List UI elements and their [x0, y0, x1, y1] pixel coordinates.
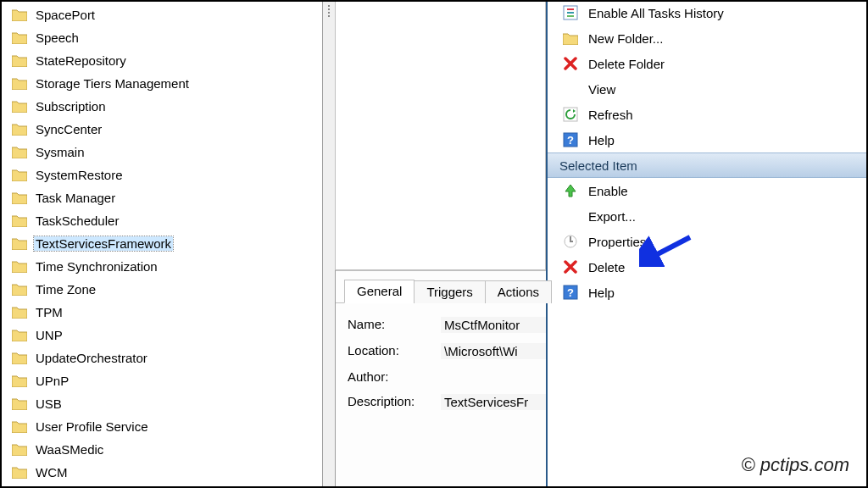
watermark: © pctips.com	[742, 454, 849, 476]
svg-rect-2	[567, 12, 574, 14]
tree-item-label: Storage Tiers Management	[34, 76, 191, 91]
value-location: \Microsoft\Wi	[441, 343, 546, 359]
action-label: Help	[588, 133, 615, 147]
action-label: View	[588, 82, 615, 97]
blank-icon	[561, 208, 580, 225]
action-label: Enable	[588, 184, 628, 198]
properties-icon	[561, 233, 580, 250]
tree-item[interactable]: SyncCenter	[7, 118, 322, 141]
action-label: Properties	[588, 235, 646, 249]
tree-item[interactable]: USB	[7, 392, 322, 415]
tree-item[interactable]: UpdateOrchestrator	[7, 347, 322, 369]
action-label: Enable All Tasks History	[588, 6, 724, 20]
delete-x-icon	[561, 258, 580, 275]
action-label: Export...	[588, 209, 636, 224]
actions-pane: Enable All Tasks History New Folder... D…	[546, 0, 868, 488]
main-pane: General Triggers Actions Name: MsCtfMoni…	[336, 0, 546, 488]
label-description: Description:	[348, 394, 441, 410]
tree-item-label: Time Zone	[34, 282, 97, 297]
tab-actions[interactable]: Actions	[485, 280, 552, 303]
help-icon: ?	[561, 131, 580, 148]
blank-icon	[561, 80, 580, 97]
value-name[interactable]: MsCtfMonitor	[441, 317, 546, 333]
tree-item[interactable]: SystemRestore	[7, 164, 322, 186]
tree-item[interactable]: UPnP	[7, 369, 322, 392]
value-author	[441, 369, 546, 384]
svg-rect-1	[567, 8, 574, 10]
tree-item-label: UPnP	[34, 374, 70, 388]
enable-arrow-icon	[561, 182, 580, 199]
tree-item[interactable]: Subscription	[7, 95, 322, 118]
folder-tree: SpacePortSpeechStateRepositoryStorage Ti…	[0, 0, 322, 488]
svg-text:?: ?	[567, 134, 574, 147]
details-pane: General Triggers Actions Name: MsCtfMoni…	[336, 270, 546, 488]
label-location: Location:	[348, 343, 441, 359]
svg-text:?: ?	[567, 286, 574, 299]
tree-item-label: Time Synchronization	[34, 259, 159, 274]
help-icon: ?	[561, 284, 580, 301]
tree-item[interactable]: Time Synchronization	[7, 255, 322, 278]
tree-item[interactable]: StateRepository	[7, 49, 322, 72]
action-label: Delete Folder	[588, 57, 665, 71]
svg-rect-3	[567, 15, 574, 17]
folder-new-icon	[561, 30, 580, 47]
action-label: Help	[588, 286, 615, 300]
action-enable[interactable]: Enable	[548, 178, 868, 203]
action-label: Delete	[588, 260, 625, 274]
tree-item-label: UpdateOrchestrator	[34, 351, 149, 365]
action-delete[interactable]: Delete	[548, 254, 868, 280]
action-help[interactable]: ? Help	[548, 127, 868, 152]
label-name: Name:	[348, 317, 441, 333]
action-help-2[interactable]: ? Help	[548, 280, 868, 305]
tree-item-label: SpacePort	[34, 8, 97, 22]
delete-x-icon	[561, 55, 580, 72]
tree-item[interactable]: TextServicesFramework	[7, 232, 322, 255]
tree-item-label: Sysmain	[34, 145, 86, 159]
refresh-icon	[561, 106, 580, 123]
details-tabs: General Triggers Actions	[336, 278, 546, 303]
tree-item-label: TextServicesFramework	[34, 236, 173, 251]
tree-item-label: SystemRestore	[34, 168, 125, 182]
action-enable-all-history[interactable]: Enable All Tasks History	[548, 0, 868, 25]
splitter[interactable]	[322, 0, 336, 488]
action-export[interactable]: Export...	[548, 203, 868, 229]
tree-item[interactable]: TPM	[7, 301, 322, 324]
tree-item[interactable]: Task Manager	[7, 186, 322, 209]
label-author: Author:	[348, 369, 441, 384]
task-list-area[interactable]	[335, 0, 546, 270]
svg-rect-9	[570, 241, 573, 242]
svg-rect-8	[570, 236, 571, 241]
tree-item[interactable]: Sysmain	[7, 141, 322, 164]
tree-item[interactable]: WaaSMedic	[7, 438, 322, 461]
tree-item-label: TPM	[34, 305, 64, 319]
tree-item[interactable]: User Profile Service	[7, 415, 322, 438]
tab-general[interactable]: General	[344, 280, 415, 303]
tree-item-label: Task Manager	[34, 191, 117, 205]
action-delete-folder[interactable]: Delete Folder	[548, 51, 868, 76]
tab-triggers[interactable]: Triggers	[414, 280, 485, 303]
history-icon	[561, 4, 580, 21]
value-description[interactable]: TextServicesFr	[441, 394, 546, 410]
tree-item[interactable]: Storage Tiers Management	[7, 72, 322, 95]
tree-item[interactable]: Time Zone	[7, 278, 322, 301]
tree-item[interactable]: SpacePort	[7, 3, 322, 26]
action-label: New Folder...	[588, 31, 663, 46]
action-properties[interactable]: Properties	[548, 229, 868, 254]
action-label: Refresh	[588, 108, 633, 122]
action-view[interactable]: View	[548, 76, 868, 102]
tree-item-label: StateRepository	[34, 53, 128, 68]
action-refresh[interactable]: Refresh	[548, 102, 868, 127]
tree-item[interactable]: Speech	[7, 26, 322, 49]
tree-item-label: WaaSMedic	[34, 442, 105, 457]
actions-section-header: Selected Item	[548, 152, 868, 178]
tree-item-label: Subscription	[34, 99, 108, 114]
tree-item-label: TaskScheduler	[34, 214, 120, 228]
tree-item[interactable]: TaskScheduler	[7, 209, 322, 232]
tree-item-label: WCM	[34, 465, 70, 480]
tree-item-label: UNP	[34, 328, 64, 342]
tree-item-label: SyncCenter	[34, 122, 103, 136]
tree-item[interactable]: UNP	[7, 324, 322, 347]
tree-item-label: Speech	[34, 30, 81, 45]
tree-item[interactable]: WCM	[7, 461, 322, 484]
action-new-folder[interactable]: New Folder...	[548, 25, 868, 51]
